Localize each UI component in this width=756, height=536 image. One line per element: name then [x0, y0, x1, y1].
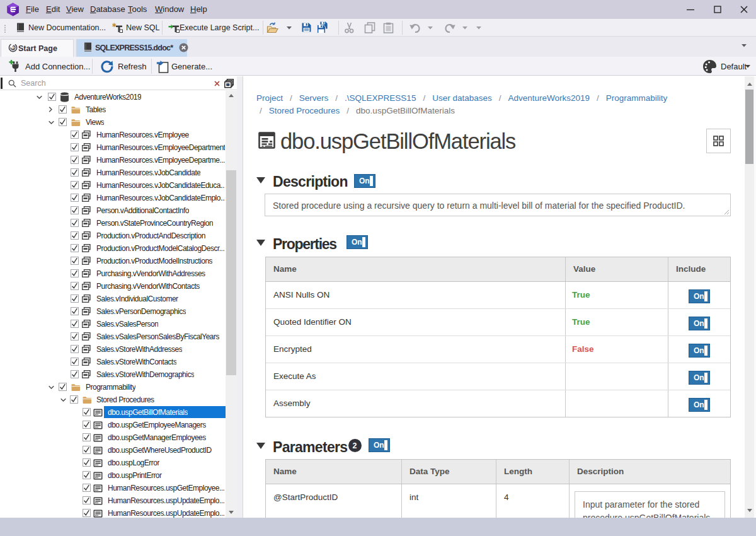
svg-text:1: 1 — [12, 45, 14, 50]
